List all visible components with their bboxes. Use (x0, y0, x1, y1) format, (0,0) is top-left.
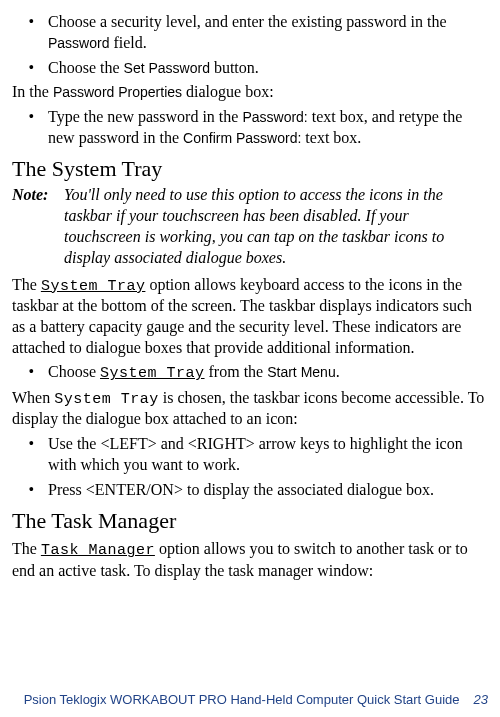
ui-term: Confirm Password: (183, 130, 301, 146)
text: Choose (48, 363, 100, 380)
ui-term: Password Properties (53, 84, 182, 100)
paragraph: The Task Manager option allows you to sw… (12, 539, 488, 581)
paragraph: In the Password Properties dialogue box: (12, 82, 488, 103)
list-item: Choose System Tray from the Start Menu. (42, 362, 488, 384)
menu-item: System Tray (54, 391, 159, 408)
menu-item: System Tray (41, 278, 146, 295)
text: field. (109, 34, 146, 51)
page-footer: Psion Teklogix WORKABOUT PRO Hand-Held C… (24, 692, 488, 709)
list-item: Type the new password in the Password: t… (42, 107, 488, 149)
heading-task-manager: The Task Manager (12, 507, 488, 536)
bullet-list: Choose a security level, and enter the e… (12, 12, 488, 78)
page-number: 23 (474, 692, 488, 707)
footer-title: Psion Teklogix WORKABOUT PRO Hand-Held C… (24, 692, 460, 707)
text: The (12, 540, 41, 557)
note-label: Note: (12, 185, 64, 268)
text: button. (210, 59, 259, 76)
menu-item: System Tray (100, 365, 205, 382)
text: When (12, 389, 54, 406)
menu-item: Task Manager (41, 542, 155, 559)
ui-term: Start Menu (267, 364, 335, 380)
text: Choose a security level, and enter the e… (48, 13, 447, 30)
text: dialogue box: (182, 83, 274, 100)
text: Type the new password in the (48, 108, 242, 125)
note-body: You'll only need to use this option to a… (64, 185, 488, 268)
bullet-list: Choose System Tray from the Start Menu. (12, 362, 488, 384)
bullet-list: Type the new password in the Password: t… (12, 107, 488, 149)
list-item: Choose the Set Password button. (42, 58, 488, 79)
ui-term: Password: (242, 109, 307, 125)
list-item: Press <ENTER/ON> to display the associat… (42, 480, 488, 501)
text: . (336, 363, 340, 380)
ui-term: Password (48, 35, 109, 51)
heading-system-tray: The System Tray (12, 155, 488, 184)
paragraph: When System Tray is chosen, the taskbar … (12, 388, 488, 430)
text: text box. (301, 129, 361, 146)
note-block: Note: You'll only need to use this optio… (12, 185, 488, 268)
text: The (12, 276, 41, 293)
text: Choose the (48, 59, 124, 76)
text: In the (12, 83, 53, 100)
paragraph: The System Tray option allows keyboard a… (12, 275, 488, 359)
list-item: Choose a security level, and enter the e… (42, 12, 488, 54)
text: from the (205, 363, 268, 380)
list-item: Use the <LEFT> and <RIGHT> arrow keys to… (42, 434, 488, 476)
bullet-list: Use the <LEFT> and <RIGHT> arrow keys to… (12, 434, 488, 500)
ui-term: Set Password (124, 60, 210, 76)
